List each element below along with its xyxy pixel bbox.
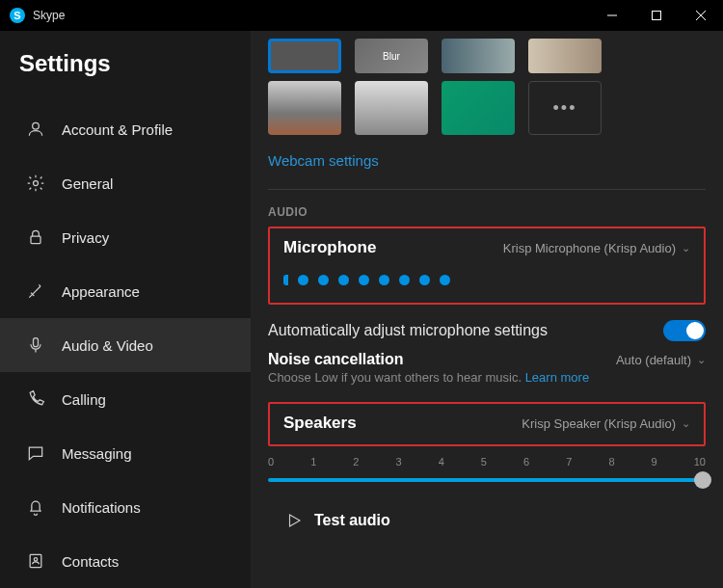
sidebar-item-privacy[interactable]: Privacy xyxy=(0,210,251,264)
sidebar-item-label: Account & Profile xyxy=(62,121,173,138)
auto-adjust-label: Automatically adjust microphone settings xyxy=(268,322,548,339)
lock-icon xyxy=(25,227,46,248)
minimize-button[interactable] xyxy=(590,0,634,31)
noise-cancellation-dropdown[interactable]: Auto (default) ⌄ xyxy=(616,353,706,367)
background-thumb[interactable] xyxy=(442,81,515,135)
slider-ticks: 01 23 45 67 89 10 xyxy=(268,456,706,468)
microphone-level-meter xyxy=(283,275,690,285)
noise-cancellation-desc: Choose Low if you want others to hear mu… xyxy=(268,370,706,385)
sidebar-item-notifications[interactable]: Notifications xyxy=(0,480,251,534)
play-icon xyxy=(285,512,303,529)
learn-more-link[interactable]: Learn more xyxy=(525,370,589,385)
svg-point-9 xyxy=(34,558,37,561)
skype-icon: S xyxy=(10,8,25,23)
app-title: Skype xyxy=(33,9,65,22)
background-thumb-none[interactable] xyxy=(268,39,341,73)
auto-adjust-toggle[interactable] xyxy=(663,320,706,341)
speaker-volume-slider[interactable]: 01 23 45 67 89 10 xyxy=(268,456,706,489)
divider xyxy=(268,189,706,190)
background-thumb[interactable] xyxy=(355,81,428,135)
sidebar-item-label: Calling xyxy=(62,391,106,408)
background-thumb[interactable] xyxy=(268,81,341,135)
sidebar-item-label: General xyxy=(62,175,113,192)
sidebar-item-account[interactable]: Account & Profile xyxy=(0,102,251,156)
microphone-device-value: Krisp Microphone (Krisp Audio) xyxy=(503,241,676,255)
sidebar-item-label: Audio & Video xyxy=(62,337,153,354)
audio-section-label: AUDIO xyxy=(268,205,706,219)
slider-thumb[interactable] xyxy=(694,471,711,489)
main-panel: Blur ••• Webcam settings AUDIO Microphon… xyxy=(251,31,723,588)
settings-heading: Settings xyxy=(19,50,251,77)
phone-icon xyxy=(25,388,46,410)
svg-rect-6 xyxy=(31,236,40,244)
titlebar: S Skype xyxy=(0,0,723,31)
gear-icon xyxy=(25,173,46,194)
test-audio-label: Test audio xyxy=(314,512,390,529)
sidebar-item-appearance[interactable]: Appearance xyxy=(0,264,251,318)
test-audio-button[interactable]: Test audio xyxy=(268,512,706,529)
slider-track xyxy=(268,478,706,482)
sidebar-item-contacts[interactable]: Contacts xyxy=(0,534,251,588)
sidebar-item-label: Appearance xyxy=(62,283,140,300)
person-icon xyxy=(25,119,46,140)
sidebar: Settings Account & Profile General Priva… xyxy=(0,31,251,588)
svg-point-4 xyxy=(33,122,40,129)
speakers-highlight-box: Speakers Krisp Speaker (Krisp Audio) ⌄ xyxy=(268,402,706,446)
svg-point-5 xyxy=(34,181,39,186)
microphone-title: Microphone xyxy=(283,238,376,257)
window-controls xyxy=(590,0,723,31)
microphone-highlight-box: Microphone Krisp Microphone (Krisp Audio… xyxy=(268,227,706,305)
chevron-down-icon: ⌄ xyxy=(682,417,690,430)
sidebar-item-audio-video[interactable]: Audio & Video xyxy=(0,318,251,372)
noise-cancellation-title: Noise cancellation xyxy=(268,351,404,368)
speakers-device-value: Krisp Speaker (Krisp Audio) xyxy=(522,416,676,431)
toggle-knob xyxy=(686,322,704,339)
sidebar-item-calling[interactable]: Calling xyxy=(0,372,251,426)
svg-rect-1 xyxy=(653,12,661,20)
webcam-settings-link[interactable]: Webcam settings xyxy=(268,152,379,169)
background-thumb-blur[interactable]: Blur xyxy=(355,39,428,73)
sidebar-item-label: Messaging xyxy=(62,445,132,462)
more-backgrounds-button[interactable]: ••• xyxy=(528,81,602,135)
sidebar-item-general[interactable]: General xyxy=(0,156,251,210)
microphone-device-dropdown[interactable]: Krisp Microphone (Krisp Audio) ⌄ xyxy=(503,241,690,255)
contacts-icon xyxy=(25,550,46,572)
close-button[interactable] xyxy=(679,0,723,31)
sidebar-item-label: Privacy xyxy=(62,229,109,246)
wand-icon xyxy=(25,281,46,302)
sidebar-item-label: Contacts xyxy=(62,553,119,570)
svg-rect-7 xyxy=(34,338,39,347)
sidebar-item-messaging[interactable]: Messaging xyxy=(0,426,251,480)
background-thumb[interactable] xyxy=(442,39,515,73)
noise-cancellation-value: Auto (default) xyxy=(616,353,691,367)
chat-icon xyxy=(25,442,46,464)
bell-icon xyxy=(25,496,46,518)
background-thumbs-row-1: Blur xyxy=(268,39,706,73)
background-thumbs-row-2: ••• xyxy=(268,81,706,135)
microphone-icon xyxy=(25,334,46,356)
maximize-button[interactable] xyxy=(634,0,679,31)
speakers-title: Speakers xyxy=(283,414,357,433)
chevron-down-icon: ⌄ xyxy=(697,354,706,366)
chevron-down-icon: ⌄ xyxy=(682,242,690,254)
background-thumb[interactable] xyxy=(528,39,602,73)
speakers-device-dropdown[interactable]: Krisp Speaker (Krisp Audio) ⌄ xyxy=(522,416,690,431)
sidebar-item-label: Notifications xyxy=(62,499,141,516)
